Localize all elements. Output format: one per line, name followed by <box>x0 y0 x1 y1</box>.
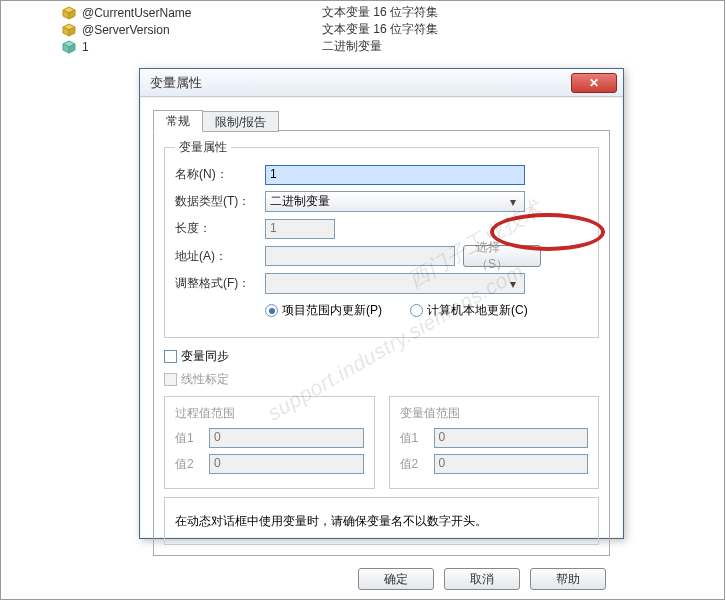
chevron-down-icon: ▾ <box>505 277 520 291</box>
note-box: 在动态对话框中使用变量时，请确保变量名不以数字开头。 <box>164 497 599 545</box>
var-v2-input: 0 <box>434 454 589 474</box>
name-label: 名称(N)： <box>175 166 265 183</box>
tab-strip: 常规 限制/报告 <box>153 108 610 131</box>
sync-checkbox[interactable]: 变量同步 <box>164 348 229 365</box>
dialog-titlebar[interactable]: 变量属性 ✕ <box>140 69 623 97</box>
datatype-select[interactable]: 二进制变量 ▾ <box>265 191 525 212</box>
dialog-client: 常规 限制/报告 变量属性 名称(N)： 1 数据类型(T)： 二进制变量 ▾ <box>141 98 622 537</box>
process-value-range: 过程值范围 值10 值20 <box>164 396 375 489</box>
cancel-button[interactable]: 取消 <box>444 568 520 590</box>
var-v1-input: 0 <box>434 428 589 448</box>
list-item-name: @ServerVersion <box>82 23 322 37</box>
address-input <box>265 246 455 266</box>
cube-icon <box>62 40 76 54</box>
datatype-value: 二进制变量 <box>270 193 330 210</box>
radio-icon <box>265 304 278 317</box>
variable-value-range: 变量值范围 值10 值20 <box>389 396 600 489</box>
format-select: ▾ <box>265 273 525 294</box>
list-item[interactable]: @CurrentUserName 文本变量 16 位字符集 <box>62 4 721 21</box>
proc-v2-input: 0 <box>209 454 364 474</box>
radio-computer-local[interactable]: 计算机本地更新(C) <box>410 302 528 319</box>
radio-project-scope[interactable]: 项目范围内更新(P) <box>265 302 382 319</box>
checkbox-icon <box>164 373 177 386</box>
tab-general[interactable]: 常规 <box>153 110 203 132</box>
length-input: 1 <box>265 219 335 239</box>
address-label: 地址(A)： <box>175 248 265 265</box>
list-item-desc: 文本变量 16 位字符集 <box>322 21 438 38</box>
datatype-label: 数据类型(T)： <box>175 193 265 210</box>
chevron-down-icon: ▾ <box>505 195 520 209</box>
ok-button[interactable]: 确定 <box>358 568 434 590</box>
list-item-desc: 文本变量 16 位字符集 <box>322 4 438 21</box>
dialog-title: 变量属性 <box>150 74 571 92</box>
list-item-name: @CurrentUserName <box>82 6 322 20</box>
range-wrap: 过程值范围 值10 值20 变量值范围 值10 值20 <box>164 396 599 489</box>
variable-props-group: 变量属性 名称(N)： 1 数据类型(T)： 二进制变量 ▾ 长度： 1 <box>164 139 599 338</box>
format-label: 调整格式(F)： <box>175 275 265 292</box>
cube-icon <box>62 23 76 37</box>
list-item[interactable]: 1 二进制变量 <box>62 38 721 55</box>
checkbox-icon <box>164 350 177 363</box>
tab-limit-report[interactable]: 限制/报告 <box>202 111 279 132</box>
range-title: 变量值范围 <box>400 405 589 422</box>
select-address-button[interactable]: 选择（S） <box>463 245 541 267</box>
close-button[interactable]: ✕ <box>571 73 617 93</box>
note-text: 在动态对话框中使用变量时，请确保变量名不以数字开头。 <box>175 513 487 530</box>
range-title: 过程值范围 <box>175 405 364 422</box>
proc-v1-input: 0 <box>209 428 364 448</box>
cube-icon <box>62 6 76 20</box>
length-label: 长度： <box>175 220 265 237</box>
list-item[interactable]: @ServerVersion 文本变量 16 位字符集 <box>62 21 721 38</box>
help-button[interactable]: 帮助 <box>530 568 606 590</box>
variable-properties-dialog: 变量属性 ✕ 常规 限制/报告 变量属性 名称(N)： 1 数据类型(T)： 二… <box>139 68 624 539</box>
tab-body: 变量属性 名称(N)： 1 数据类型(T)： 二进制变量 ▾ 长度： 1 <box>153 131 610 556</box>
list-item-name: 1 <box>82 40 322 54</box>
name-input[interactable]: 1 <box>265 165 525 185</box>
linear-scaling-checkbox: 线性标定 <box>164 371 229 388</box>
list-item-desc: 二进制变量 <box>322 38 382 55</box>
variable-list: @CurrentUserName 文本变量 16 位字符集 @ServerVer… <box>62 4 721 55</box>
group-title: 变量属性 <box>175 139 231 156</box>
dialog-buttons: 确定 取消 帮助 <box>153 568 610 590</box>
close-icon: ✕ <box>589 76 599 90</box>
radio-icon <box>410 304 423 317</box>
